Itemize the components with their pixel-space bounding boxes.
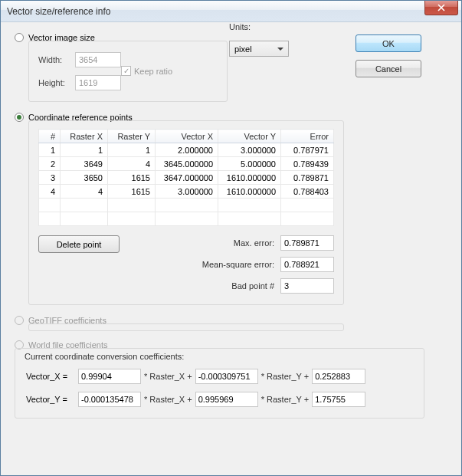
table-header[interactable]: Vector Y	[218, 130, 281, 143]
bad-point-label: Bad point #	[175, 281, 274, 291]
table-cell: 3649	[61, 157, 108, 171]
table-cell: 0.789871	[281, 171, 334, 185]
table-header[interactable]: Raster Y	[108, 130, 156, 143]
vector-x-row: Vector_X = * Raster_X + * Raster_Y +	[25, 369, 414, 384]
window-title: Vector size/reference info	[7, 6, 110, 17]
table-cell: 1615	[108, 185, 156, 199]
width-label: Width:	[38, 55, 69, 64]
coefficients-heading: Current coordinate conversion coefficien…	[25, 352, 414, 361]
table-cell: 2.000000	[156, 143, 218, 157]
width-input[interactable]	[75, 52, 121, 67]
keep-ratio-label: Keep ratio	[134, 67, 172, 76]
raster-x-suffix: * Raster_X +	[144, 372, 192, 381]
table-cell: 2	[39, 157, 61, 171]
table-cell: 0.787971	[281, 143, 334, 157]
height-input[interactable]	[75, 75, 121, 90]
table-cell: 3	[39, 171, 61, 185]
bad-point-value[interactable]	[280, 278, 334, 294]
titlebar: Vector size/reference info	[1, 1, 461, 22]
table-cell: 3647.000000	[156, 171, 218, 185]
ok-button[interactable]: OK	[356, 34, 421, 52]
table-cell: 1	[39, 143, 61, 157]
max-error-label: Max. error:	[175, 238, 274, 248]
table-cell: 3645.000000	[156, 157, 218, 171]
keep-ratio-checkbox[interactable]: ✓ Keep ratio	[121, 66, 172, 76]
vx-coef-b[interactable]	[195, 369, 258, 384]
table-cell: 4	[39, 185, 61, 199]
table-row[interactable]: 1112.0000003.0000000.787971	[39, 143, 334, 157]
height-label: Height:	[38, 78, 69, 87]
table-cell: 3.000000	[156, 185, 218, 199]
vy-coef-a[interactable]	[78, 392, 141, 407]
units-dropdown[interactable]: pixel	[229, 41, 289, 57]
units-label: Units:	[229, 22, 289, 31]
dialog-content: Vector image size Units: pixel Width: ✓ …	[1, 22, 461, 475]
coefficients-group: Current coordinate conversion coefficien…	[15, 348, 424, 419]
table-cell: 1	[108, 143, 156, 157]
table-row[interactable]: 4416153.0000001610.0000000.788403	[39, 185, 334, 199]
table-cell: 0.789439	[281, 157, 334, 171]
table-row[interactable]: 2364943645.0000005.0000000.789439	[39, 157, 334, 171]
mean-square-error-label: Mean-square error:	[175, 260, 274, 269]
reference-points-table[interactable]: #Raster XRaster YVector XVector YError 1…	[38, 129, 334, 226]
vy-coef-b[interactable]	[195, 392, 258, 407]
image-size-group: Width: ✓ Keep ratio Height:	[28, 41, 228, 102]
close-icon	[437, 4, 445, 11]
vector-y-row: Vector_Y = * Raster_X + * Raster_Y +	[25, 392, 414, 407]
raster-y-suffix: * Raster_Y +	[261, 372, 309, 381]
reference-points-group: #Raster XRaster YVector XVector YError 1…	[28, 120, 344, 305]
vx-coef-a[interactable]	[78, 369, 141, 384]
units-value: pixel	[234, 44, 252, 54]
table-cell: 0.788403	[281, 185, 334, 199]
table-header[interactable]: Error	[281, 130, 334, 143]
table-header[interactable]: Raster X	[61, 130, 108, 143]
table-cell: 3650	[61, 171, 108, 185]
radio-icon	[15, 316, 24, 325]
delete-point-button[interactable]: Delete point	[38, 235, 120, 253]
cancel-button[interactable]: Cancel	[356, 60, 421, 77]
close-button[interactable]	[424, 1, 458, 15]
radio-icon	[15, 113, 24, 122]
checkbox-icon: ✓	[121, 66, 131, 76]
vector-x-label: Vector_X =	[25, 372, 75, 381]
raster-x-suffix: * Raster_X +	[144, 395, 192, 404]
table-cell: 1	[61, 143, 108, 157]
table-cell: 4	[108, 157, 156, 171]
dialog-window: Vector size/reference info Vector image …	[0, 0, 462, 476]
vy-coef-c[interactable]	[312, 392, 365, 407]
raster-y-suffix: * Raster_Y +	[261, 395, 309, 404]
units-section: Units: pixel	[229, 22, 289, 57]
table-cell: 3.000000	[218, 143, 281, 157]
table-cell: 1610.000000	[218, 171, 281, 185]
table-row	[39, 212, 334, 226]
geotiff-group	[28, 323, 344, 331]
vector-y-label: Vector_Y =	[25, 395, 75, 404]
table-header[interactable]: #	[39, 130, 61, 143]
vx-coef-c[interactable]	[312, 369, 365, 384]
mean-square-error-value[interactable]	[280, 257, 334, 272]
table-cell: 1610.000000	[218, 185, 281, 199]
table-cell: 5.000000	[218, 157, 281, 171]
table-row[interactable]: 3365016153647.0000001610.0000000.789871	[39, 171, 334, 185]
table-cell: 1615	[108, 171, 156, 185]
table-header[interactable]: Vector X	[156, 130, 218, 143]
table-cell: 4	[61, 185, 108, 199]
radio-icon	[15, 33, 24, 42]
table-row	[39, 199, 334, 212]
max-error-value[interactable]	[280, 235, 334, 251]
